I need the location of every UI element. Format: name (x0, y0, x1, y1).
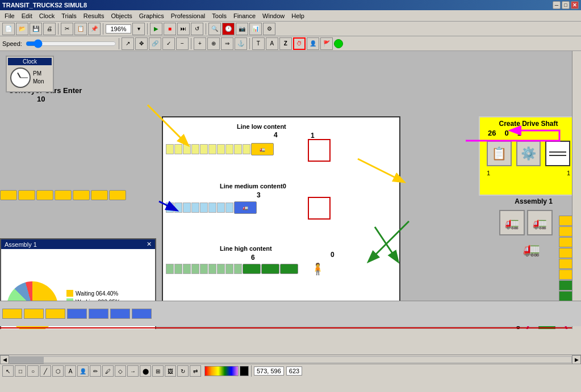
scrollbar-track[interactable] (9, 356, 572, 363)
scroll-left-btn[interactable]: ◀ (0, 355, 9, 364)
settings-button[interactable]: ⚙ (263, 23, 275, 35)
menu-professional[interactable]: Professional (168, 11, 209, 20)
run-button[interactable]: ▶ (150, 23, 162, 35)
scroll-right-btn[interactable]: ▶ (572, 355, 581, 364)
link-tool[interactable]: ⇒ (221, 37, 233, 50)
open-button[interactable]: 📂 (16, 23, 28, 35)
zoom-level[interactable]: 196% (106, 24, 131, 33)
menu-tools[interactable]: Tools (208, 11, 230, 20)
clock-icon-btn[interactable]: 🕐 (222, 23, 235, 35)
zoom-dropdown[interactable]: ▾ (132, 23, 145, 35)
label-tool[interactable]: A (266, 37, 278, 50)
node-tool[interactable]: ⊕ (207, 37, 220, 50)
toolbar-1: 📄 📂 💾 🖨 ✂ 📋 📌 196% ▾ ▶ ■ ⏭ ↺ 🔍 🕐 📷 📊 ⚙ (0, 22, 581, 36)
chart-button[interactable]: 📊 (249, 23, 262, 35)
line-low-label: Line low content (237, 123, 286, 130)
timer-tool[interactable]: ⏱ (293, 37, 306, 50)
minimize-button[interactable]: ─ (553, 1, 561, 9)
draw-toolbar: ↖ □ ○ ╱ ⬡ A 👤 ✏ 🖊 ◇ → ⬤ ⊞ 🖼 ↻ ⇄ 573, 596… (0, 364, 581, 378)
assembly-icon-1[interactable]: 🚛 (499, 210, 525, 235)
assembly-icon-2[interactable]: 🚛 (527, 210, 553, 235)
menu-file[interactable]: File (1, 11, 18, 20)
scrollbar-thumb[interactable] (10, 357, 44, 364)
minus-tool[interactable]: − (176, 37, 189, 50)
person-draw-tool[interactable]: 👤 (77, 365, 89, 377)
copy-icon[interactable]: 📋 (487, 141, 512, 166)
text-draw-tool[interactable]: A (65, 365, 76, 377)
close-button[interactable]: ✕ (571, 1, 579, 9)
worker-icon: 🧍 (311, 262, 325, 276)
speed-slider[interactable] (26, 40, 116, 48)
rotate-tool[interactable]: ↻ (177, 365, 189, 377)
line-tool[interactable]: ╱ (40, 365, 51, 377)
node-draw-tool[interactable]: ⬤ (140, 365, 151, 377)
connect-tool[interactable]: 🔗 (149, 37, 161, 50)
cell-med-8 (225, 203, 233, 213)
shape-tool[interactable]: ◇ (115, 365, 126, 377)
clock-widget: Clock PM Mon (6, 56, 54, 92)
arrow-draw-tool[interactable]: → (127, 365, 139, 377)
person-tool[interactable]: 👤 (307, 37, 319, 50)
text-tool[interactable]: T (252, 37, 265, 50)
line-high-num: 6 (251, 254, 255, 262)
pencil-tool[interactable]: ✏ (90, 365, 101, 377)
cursor-tool[interactable]: ↖ (2, 365, 14, 377)
window-controls: ─ □ ✕ (553, 1, 579, 9)
menu-window[interactable]: Window (259, 11, 288, 20)
add-tool[interactable]: + (194, 37, 206, 50)
assembly1-label: Assembly 1 (515, 197, 553, 205)
high-line-truck-1 (243, 264, 261, 274)
cell-high-4 (191, 264, 199, 274)
print-button[interactable]: 🖨 (43, 23, 56, 35)
title-bar: TRANSIT_TRUCKS2 SIMUL8 ─ □ ✕ (0, 0, 581, 10)
high-line-truck-3 (280, 264, 298, 274)
move-tool[interactable]: ✥ (135, 37, 148, 50)
menu-graphics[interactable]: Graphics (136, 11, 168, 20)
anchor-tool[interactable]: ⚓ (235, 37, 247, 50)
bottom-scrollbar[interactable]: ◀ ▶ (0, 355, 581, 364)
circle-tool[interactable]: ○ (27, 365, 39, 377)
flip-tool[interactable]: ⇄ (190, 365, 201, 377)
b-truck-4 (67, 309, 87, 319)
menu-clock[interactable]: Clock (36, 11, 58, 20)
menu-objects[interactable]: Objects (107, 11, 135, 20)
yellow-truck-6 (91, 190, 108, 200)
new-button[interactable]: 📄 (2, 23, 15, 35)
reset-button[interactable]: ↺ (191, 23, 203, 35)
right-scrollbar[interactable] (572, 51, 581, 329)
arrow-tool[interactable]: ↗ (122, 37, 134, 50)
grid-tool[interactable]: ⊞ (152, 365, 164, 377)
color-palette[interactable] (204, 366, 239, 376)
gear-icon[interactable]: ⚙️ (516, 141, 541, 166)
maximize-button[interactable]: □ (562, 1, 570, 9)
paste-button[interactable]: 📌 (88, 23, 101, 35)
menu-results[interactable]: Results (80, 11, 108, 20)
menu-finance[interactable]: Finance (230, 11, 259, 20)
yellow-truck-7 (109, 190, 126, 200)
color-black[interactable] (240, 366, 249, 376)
polygon-tool[interactable]: ⬡ (52, 365, 64, 377)
assembly1-close-btn[interactable]: ✕ (147, 241, 152, 248)
copy-button[interactable]: 📋 (74, 23, 87, 35)
menu-help[interactable]: Help (288, 11, 308, 20)
rect-tool[interactable]: □ (15, 365, 26, 377)
flag-tool[interactable]: 🚩 (320, 37, 333, 50)
clock-circle (10, 68, 31, 88)
menu-edit[interactable]: Edit (18, 11, 36, 20)
green-dot[interactable] (334, 39, 343, 48)
check-tool[interactable]: ✓ (162, 37, 175, 50)
save-button[interactable]: 💾 (30, 23, 42, 35)
menu-trials[interactable]: Trials (58, 11, 80, 20)
cut-button[interactable]: ✂ (61, 23, 73, 35)
main-canvas: Clock PM Mon Conveyor Cars Enter 10 Line (0, 51, 581, 329)
paint-tool[interactable]: 🖊 (102, 365, 114, 377)
image-tool[interactable]: 🖼 (165, 365, 176, 377)
line-high-label: Line high content (220, 245, 272, 252)
z-tool[interactable]: Z (279, 37, 292, 50)
stop-button[interactable]: ■ (164, 23, 176, 35)
step-button[interactable]: ⏭ (177, 23, 190, 35)
search-button[interactable]: 🔍 (208, 23, 221, 35)
simulation-box: Line low content 4 🚛 1 Line medium conte… (162, 116, 400, 304)
cell-med-4 (191, 203, 199, 213)
camera-button[interactable]: 📷 (236, 23, 248, 35)
